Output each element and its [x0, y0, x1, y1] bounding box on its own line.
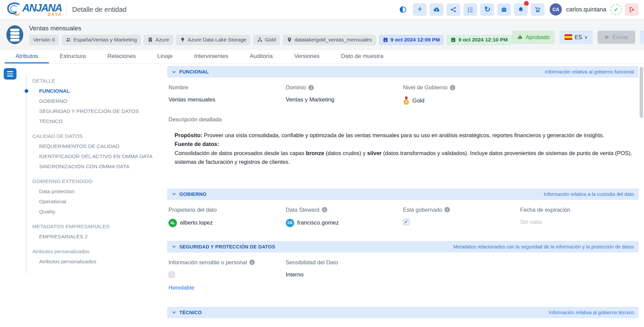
field-label-dominio: Dominio i [286, 84, 403, 91]
section-title: GOBIERNO [179, 191, 207, 197]
sensitive-info-checkbox[interactable] [168, 271, 175, 278]
entity-header: Ventas mensuales Versión 0 España/Ventas… [0, 19, 644, 50]
send-button[interactable]: Enviar [597, 31, 635, 44]
nav-item-tecnico[interactable]: TÉCNICO [27, 116, 162, 126]
entity-badges: Versión 0 España/Ventas y Marketing Azur… [29, 35, 512, 45]
section-title: TÉCNICO [179, 310, 202, 315]
chevron-down-icon: ∨ [584, 35, 588, 40]
steward-avatar: FR [286, 219, 294, 227]
history-button[interactable]: ↺ [480, 3, 494, 16]
field-label-informacion-sensible: Información sensible o personal i [168, 259, 286, 266]
section-tecnico: TÉCNICO Información relativa al gobierno… [167, 307, 639, 318]
domain-badge: España/Ventas y Marketing [62, 35, 141, 45]
user-avatar[interactable]: CA [550, 3, 562, 16]
chevron-down-icon [172, 70, 176, 74]
contrast-toggle-button[interactable] [396, 3, 410, 16]
info-icon[interactable]: i [450, 85, 455, 90]
nav-item-requerimientos[interactable]: REQUERIMIENTOS DE CALIDAD [27, 141, 162, 151]
more-actions-button[interactable]: ••• [640, 31, 644, 44]
entity-main: Ventas mensuales Versión 0 España/Ventas… [29, 25, 512, 45]
nav-item-operational[interactable]: Operational [27, 197, 162, 207]
section-gobierno-body: Propietario del dato AL alberto.lopez Da… [167, 200, 639, 235]
nav-group-calidad[interactable]: CALIDAD DE DATOS [27, 131, 162, 141]
section-info: Información relativa a la custodia del d… [544, 191, 634, 197]
info-icon[interactable]: i [249, 260, 255, 265]
tab-linaje[interactable]: Linaje [147, 50, 183, 63]
field-label-nombre: Nombre [168, 84, 286, 91]
nav-item-atributos-personalizados[interactable]: Atributos personalizados [27, 257, 162, 267]
section-funcional-header[interactable]: FUNCIONAL Información relativa al gobier… [167, 66, 639, 78]
sitemap-icon [257, 37, 263, 42]
governed-checkbox[interactable]: ✓ [403, 219, 409, 225]
notifications-button[interactable] [514, 3, 528, 16]
check-icon: ✓ [614, 6, 618, 13]
info-icon[interactable]: i [444, 207, 450, 212]
tab-versiones[interactable]: Versiones [283, 50, 330, 63]
anjana-swirl-icon [5, 1, 22, 18]
contrast-icon [400, 6, 406, 13]
logout-icon [628, 6, 635, 13]
page-title: Detalle de entidad [72, 6, 126, 13]
app-header: ANJANA DATA Detalle de entidad + ↺ [0, 0, 644, 19]
logout-button[interactable] [625, 3, 639, 16]
nav-item-seguridad[interactable]: SEGURIDAD Y PROTECCIÓN DE DATOS [27, 106, 162, 116]
history-icon: ↺ [484, 6, 490, 13]
workspace-button[interactable] [497, 3, 511, 16]
tasks-button[interactable] [463, 3, 477, 16]
tab-intervinientes[interactable]: Intervinientes [183, 50, 239, 63]
share-button[interactable] [447, 3, 460, 16]
tab-dato-de-muestra[interactable]: Dato de muestra [330, 50, 394, 63]
collapse-nav-button[interactable] [4, 68, 17, 80]
field-value-nivel-gobierno: Gold [403, 96, 520, 105]
tab-auditoria[interactable]: Auditoría [239, 50, 283, 63]
section-seguridad-header[interactable]: SEGURIDAD Y PROTECCIÓN DE DATOS Metadato… [167, 241, 639, 252]
nav-item-empresariales-2[interactable]: EMPRESARIALES 2 [27, 232, 162, 242]
section-gobierno-header[interactable]: GOBIERNO Información relativa a la custo… [167, 188, 639, 200]
section-info: Información relativa al gobierno funcion… [545, 69, 634, 75]
anjana-logo[interactable]: ANJANA DATA [5, 1, 62, 18]
section-info: Metadatos relacionados con la seguridad … [453, 244, 634, 249]
infrastructure-badge: Azure [144, 35, 173, 45]
field-value-sensibilidad: Interno [286, 271, 403, 278]
version-badge: Versión 0 [29, 35, 59, 45]
section-funcional-body: Nombre Ventas mensuales Dominio i Ventas… [167, 78, 639, 183]
nav-item-quality[interactable]: Quality [27, 207, 162, 217]
nav-group-atributos-personalizados[interactable]: Atributos personalizados [27, 246, 162, 257]
info-icon[interactable]: i [322, 207, 327, 212]
tab-atributos[interactable]: Atributos [5, 50, 49, 63]
section-title: FUNCIONAL [179, 69, 209, 75]
section-title: SEGURIDAD Y PROTECCIÓN DE DATOS [179, 244, 275, 249]
nav-group-detalle[interactable]: DETALLE [27, 76, 162, 86]
session-valid-stamp: ✓ [611, 4, 622, 15]
technology-badge: Azure Data Lake Storage [176, 35, 250, 45]
attributes-side-panel: DETALLE FUNCIONAL GOBIERNO SEGURIDAD Y P… [0, 64, 162, 327]
nav-item-gobierno[interactable]: GOBIERNO [27, 96, 162, 106]
nav-group-gobierno-extendido[interactable]: GOBIERNO EXTENDIDO [27, 176, 162, 186]
heredable-link[interactable]: Heredable [168, 285, 194, 291]
section-info: Información relativa al gobierno técnico [549, 310, 634, 315]
nav-item-sincronizacion-omma[interactable]: SINCRONIZACIÓN CON OMMA DATA [27, 161, 162, 172]
field-label-propietario: Propietario del dato [168, 207, 286, 213]
upload-button[interactable] [430, 3, 443, 16]
map-marker-icon [287, 37, 292, 42]
vertical-scrollbar[interactable] [640, 67, 643, 118]
path-badge: datalake/gold_ventas_mensuales [283, 35, 376, 45]
language-selector[interactable]: ES ∨ [559, 31, 593, 44]
section-tecnico-header[interactable]: TÉCNICO Información relativa al gobierno… [167, 307, 639, 318]
nav-item-identificador-omma[interactable]: IDENTIFICADOR DEL ACTIVO EN OMMA DATA [27, 151, 162, 161]
nav-item-funcional[interactable]: FUNCIONAL [27, 86, 162, 96]
attributes-main-panel: FUNCIONAL Información relativa al gobier… [162, 64, 644, 327]
nav-group-metadatos[interactable]: METADATOS EMPRESARIALES [27, 221, 162, 232]
field-value-data-steward: FR francisco.gomez [286, 219, 403, 227]
tab-relaciones[interactable]: Relaciones [97, 50, 147, 63]
logo-wordmark: ANJANA [22, 3, 62, 13]
nav-item-data-protection[interactable]: Data protection [27, 186, 162, 197]
field-value-fecha-expiracion: Sin valor [520, 219, 637, 226]
field-value-esta-gobernado: ✓ [403, 219, 520, 225]
add-button[interactable]: + [413, 3, 427, 16]
attributes-nav: DETALLE FUNCIONAL GOBIERNO SEGURIDAD Y P… [26, 75, 162, 273]
cart-button[interactable] [531, 3, 545, 16]
governance-level-badge: Gold [253, 35, 280, 45]
tab-estructura[interactable]: Estructura [49, 50, 96, 63]
info-icon[interactable]: i [308, 85, 314, 90]
